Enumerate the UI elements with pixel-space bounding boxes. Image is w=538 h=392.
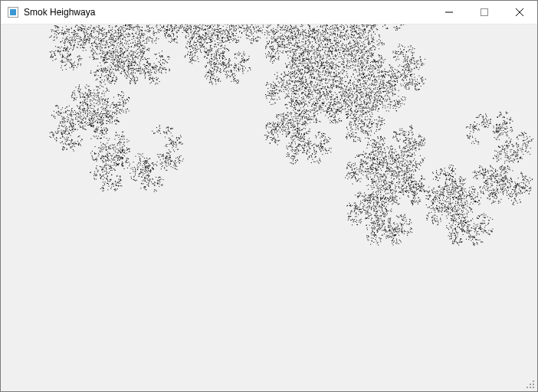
- svg-rect-6: [533, 381, 534, 382]
- maximize-icon: [481, 8, 488, 16]
- svg-rect-9: [533, 387, 534, 388]
- window-title: Smok Heighwaya: [24, 7, 95, 18]
- fractal-canvas: [1, 24, 537, 391]
- close-button[interactable]: [502, 1, 537, 24]
- svg-rect-7: [533, 384, 534, 385]
- titlebar[interactable]: Smok Heighwaya: [1, 1, 537, 24]
- minimize-button[interactable]: [431, 1, 467, 24]
- client-area: [1, 24, 537, 391]
- size-grip[interactable]: [525, 379, 536, 390]
- svg-rect-1: [10, 9, 16, 15]
- svg-rect-3: [481, 9, 488, 16]
- svg-rect-8: [530, 384, 531, 385]
- minimize-icon: [445, 8, 453, 16]
- app-default-icon: [7, 6, 19, 18]
- caption-buttons: [431, 1, 537, 24]
- svg-rect-10: [530, 387, 531, 388]
- size-grip-icon: [525, 379, 536, 390]
- close-icon: [516, 8, 523, 16]
- svg-rect-11: [527, 387, 528, 388]
- application-window: Smok Heighwaya: [0, 0, 538, 392]
- maximize-button: [467, 1, 502, 24]
